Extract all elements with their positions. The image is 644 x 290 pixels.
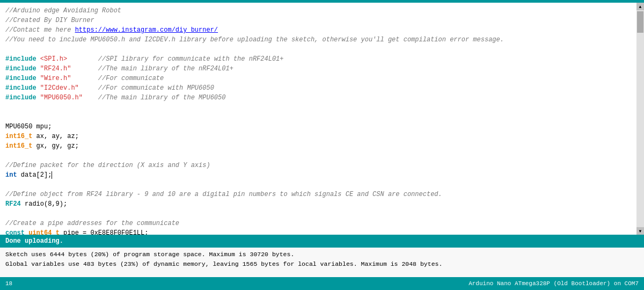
output-area: Sketch uses 6444 bytes (20%) of program …: [0, 248, 644, 277]
comment-pipe: //Create a pipe addresses for the commun…: [5, 220, 179, 227]
comment-3-prefix: //Contact me here: [5, 26, 75, 34]
scrollbar-thumb[interactable]: [637, 11, 643, 33]
include-rf24-lib: "RF24.h": [40, 65, 71, 73]
const-keyword: const: [5, 229, 25, 235]
rf24-keyword: RF24: [5, 200, 21, 208]
board-info: Arduino Nano ATmega328P (Old Bootloader)…: [469, 280, 639, 287]
comment-1: //Arduino edge Avoidaing Robot: [5, 7, 121, 15]
int16-gx-type: int16_t: [5, 142, 32, 150]
include-spi-lib: <SPI.h>: [40, 55, 67, 63]
line-number: 18: [5, 280, 12, 287]
status-text: Done uploading.: [5, 237, 63, 245]
editor-area: //Arduino edge Avoidaing Robot//Created …: [0, 3, 644, 235]
scrollbar[interactable]: ▲ ▼: [636, 3, 644, 235]
include-wire-lib: "Wire.h": [40, 75, 71, 82]
comment-define-obj: //Define object from RF24 library - 9 an…: [5, 191, 442, 198]
status-bar: Done uploading.: [0, 235, 644, 248]
bottom-bar: 18 Arduino Nano ATmega328P (Old Bootload…: [0, 277, 644, 290]
data-array: data[2];: [17, 171, 52, 179]
comment-4: //You need to include MPU6050.h and I2CD…: [5, 36, 504, 44]
include-wire-comment: //For communicate: [71, 75, 164, 82]
include-mpu-kw: #include: [5, 94, 36, 102]
include-wire-kw: #include: [5, 75, 36, 82]
include-rf24-kw: #include: [5, 65, 36, 73]
comment-2: //Created By DIY Burner: [5, 17, 94, 24]
output-line-1: Sketch uses 6444 bytes (20%) of program …: [5, 250, 639, 259]
include-i2c-lib: "I2Cdev.h": [40, 84, 79, 92]
int-keyword: int: [5, 171, 17, 179]
comment-define-packet: //Define packet for the direction (X axi…: [5, 162, 210, 169]
int16-ax-type: int16_t: [5, 133, 32, 140]
include-mpu-lib: "MPU6050.h": [40, 94, 83, 102]
include-i2c-comment: //For communicate with MPU6050: [79, 84, 214, 92]
scrollbar-arrow-down[interactable]: ▼: [636, 227, 644, 235]
mpu-decl: MPU6050 mpu;: [5, 123, 52, 130]
pipe-decl: pipe = 0xE8E8F0F0E1LL;: [60, 229, 149, 235]
include-rf24-comment: //The main library of the nRF24L01+: [71, 65, 233, 73]
rf24-radio: radio(8,9);: [21, 200, 67, 208]
instagram-link[interactable]: https://www.instagram.com/diy_burner/: [75, 26, 218, 34]
include-i2c-kw: #include: [5, 84, 36, 92]
code-content[interactable]: //Arduino edge Avoidaing Robot//Created …: [0, 3, 636, 235]
scrollbar-arrow-up[interactable]: ▲: [636, 3, 644, 10]
output-line-2: Global variables use 483 bytes (23%) of …: [5, 259, 639, 269]
uint64-type: uint64_t: [28, 229, 60, 235]
int16-ax-rest: ax, ay, az;: [32, 133, 78, 140]
int16-gx-rest: gx, gy, gz;: [32, 142, 78, 150]
include-spi-kw: #include: [5, 55, 36, 63]
include-mpu-comment: //The main library of the MPU6050: [83, 94, 225, 102]
include-spi-comment: //SPI library for communicate with the n…: [67, 55, 283, 63]
